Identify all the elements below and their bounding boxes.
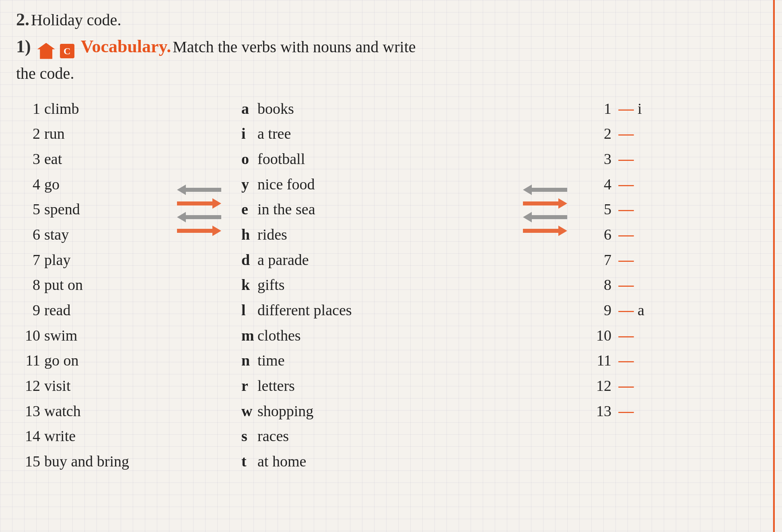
arrow-row — [177, 198, 221, 209]
arrow-row — [177, 212, 221, 222]
list-item: ein the sea — [241, 197, 523, 222]
vocab-label: Vocabulary. — [81, 37, 171, 56]
arrow-row — [177, 226, 221, 236]
svg-marker-4 — [523, 185, 567, 195]
arrow-row — [523, 198, 567, 209]
list-item: ynice food — [241, 172, 523, 197]
answer-item: 4 — — [587, 172, 700, 197]
list-item: tat home — [241, 449, 523, 474]
list-item: 5spend — [16, 197, 177, 222]
instruction-line2: the code. — [16, 63, 766, 84]
list-item: ldifferent places — [241, 298, 523, 323]
list-item: kgifts — [241, 272, 523, 298]
list-item: rletters — [241, 373, 523, 398]
right-arrow-icon — [523, 226, 567, 236]
list-item: da parade — [241, 247, 523, 273]
arrows-left — [177, 185, 221, 236]
nouns-column: abooks ia tree ofootball ynice food ein … — [241, 96, 523, 474]
instruction-match: Match the verbs with nouns and write — [173, 38, 416, 56]
columns-wrapper: 1climb 2run 3eat 4go 5spend 6stay 7play … — [16, 96, 766, 474]
list-item: 14write — [16, 423, 177, 449]
page: 2. Holiday code. 1) C Vocabulary. Match … — [0, 0, 782, 532]
left-arrow-icon — [177, 212, 221, 222]
right-arrow-icon — [177, 198, 221, 209]
answer-item: 13 — — [587, 398, 700, 424]
exercise-number: 1) — [16, 37, 31, 56]
content-area: 1climb 2run 3eat 4go 5spend 6stay 7play … — [16, 96, 766, 474]
list-item: 8put on — [16, 272, 177, 298]
answer-item: 7 — — [587, 247, 700, 273]
answer-item: 8 — — [587, 272, 700, 298]
answer-item: 9 — a — [587, 298, 700, 323]
svg-marker-1 — [177, 198, 221, 209]
list-item: 7play — [16, 247, 177, 273]
list-item: 13watch — [16, 398, 177, 424]
list-item: 2run — [16, 121, 177, 146]
list-item: 12visit — [16, 373, 177, 398]
left-arrow-icon — [177, 185, 221, 195]
arrow-row — [523, 185, 567, 195]
svg-marker-2 — [177, 212, 221, 222]
left-arrow-icon — [523, 212, 567, 222]
answer-item: 10 — — [587, 323, 700, 348]
answer-item: 2 — — [587, 121, 700, 146]
list-item: 15buy and bring — [16, 449, 177, 474]
list-item: ofootball — [241, 146, 523, 172]
list-item: abooks — [241, 96, 523, 121]
exercise-header: 1) C Vocabulary. Match the verbs with no… — [16, 35, 766, 59]
list-item: 10swim — [16, 323, 177, 348]
section-header: 2. Holiday code. — [16, 8, 766, 31]
instruction-code: the code. — [16, 64, 74, 82]
answers-column: 1 — i 2 — 3 — 4 — 5 — 6 — 7 — 8 — 9 — a … — [587, 96, 700, 424]
section-number: 2. — [16, 10, 29, 29]
svg-marker-6 — [523, 212, 567, 222]
c-icon: C — [60, 44, 74, 58]
svg-marker-7 — [523, 226, 567, 236]
list-item: sraces — [241, 423, 523, 449]
answer-item: 3 — — [587, 146, 700, 172]
list-item: hrides — [241, 222, 523, 247]
arrow-row — [523, 226, 567, 236]
list-item: ntime — [241, 348, 523, 373]
house-icon — [37, 43, 55, 59]
list-item: 11go on — [16, 348, 177, 373]
arrow-row — [523, 212, 567, 222]
list-item: 4go — [16, 172, 177, 197]
list-item: 6stay — [16, 222, 177, 247]
answer-item: 11 — — [587, 348, 700, 373]
list-item: wshopping — [241, 398, 523, 424]
right-arrow-icon — [177, 226, 221, 236]
svg-marker-5 — [523, 198, 567, 209]
list-item: mclothes — [241, 323, 523, 348]
answer-item: 5 — — [587, 197, 700, 222]
answer-item: 1 — i — [587, 96, 700, 121]
verbs-column: 1climb 2run 3eat 4go 5spend 6stay 7play … — [16, 96, 177, 474]
answer-item: 12 — — [587, 373, 700, 398]
arrow-row — [177, 185, 221, 195]
answer-item: 6 — — [587, 222, 700, 247]
list-item: 1climb — [16, 96, 177, 121]
list-item: ia tree — [241, 121, 523, 146]
section-title: Holiday code. — [31, 11, 121, 29]
left-arrow-icon — [523, 185, 567, 195]
list-item: 9read — [16, 298, 177, 323]
list-item: 3eat — [16, 146, 177, 172]
svg-marker-3 — [177, 226, 221, 236]
svg-marker-0 — [177, 185, 221, 195]
right-arrow-icon — [523, 198, 567, 209]
arrows-right — [523, 185, 567, 236]
